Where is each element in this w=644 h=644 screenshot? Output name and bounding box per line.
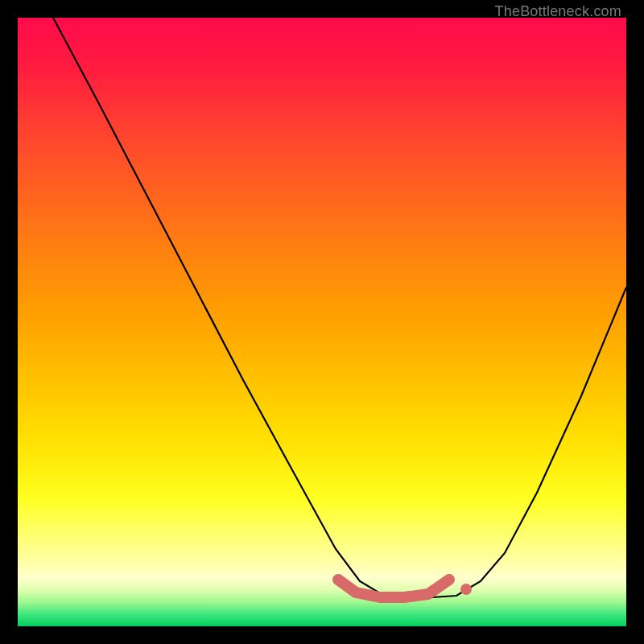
watermark-text: TheBottleneck.com bbox=[495, 3, 621, 20]
left-curve bbox=[53, 18, 432, 597]
chart-frame bbox=[18, 18, 626, 626]
right-curve bbox=[432, 287, 626, 597]
highlight-dot bbox=[460, 584, 472, 595]
highlight-segment bbox=[338, 580, 449, 597]
chart-svg bbox=[18, 18, 626, 626]
